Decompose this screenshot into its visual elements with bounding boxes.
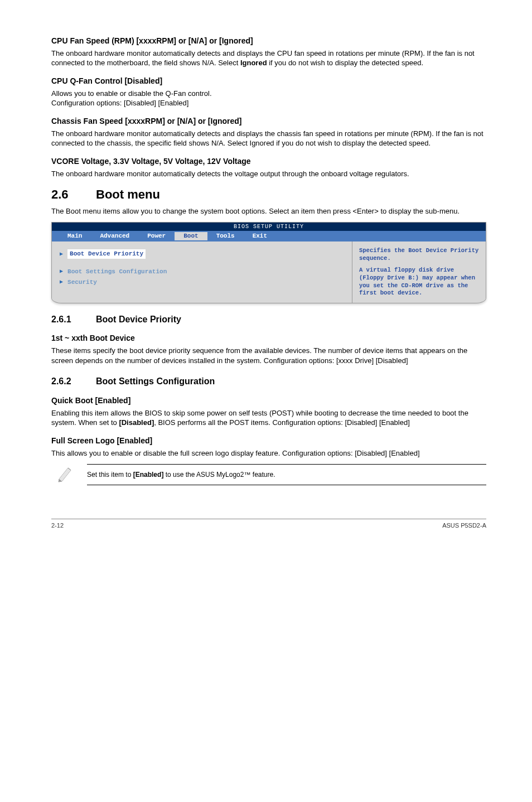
pencil-icon: [56, 463, 75, 482]
bios-item-label: Boot Settings Configuration: [67, 268, 167, 276]
text: Set this item to: [87, 471, 133, 479]
text: to use the ASUS MyLogo2™ feature.: [163, 471, 275, 479]
bios-menu-main: Main: [59, 232, 91, 240]
bios-body: ▶ Boot Device Priority ▶ Boot Settings C…: [52, 241, 486, 303]
paragraph: The onboard hardware monitor automatical…: [51, 169, 486, 179]
bios-menu-boot: Boot: [175, 232, 207, 240]
heading-vcore: VCORE Voltage, 3.3V Voltage, 5V Voltage,…: [51, 156, 486, 167]
bios-menu-tools: Tools: [207, 232, 244, 240]
bios-menu-power: Power: [138, 232, 175, 240]
section-title: Boot Settings Configuration: [96, 376, 215, 386]
bios-menubar: Main Advanced Power Boot Tools Exit: [52, 231, 486, 241]
bios-item-security: ▶ Security: [60, 278, 344, 287]
paragraph: Enabling this item allows the BIOS to sk…: [51, 408, 486, 428]
section-number: 2.6: [51, 186, 96, 203]
text-bold: Ignored: [240, 59, 267, 67]
section-heading-boot-menu: 2.6Boot menu: [51, 186, 486, 203]
heading-cpu-qfan: CPU Q-Fan Control [Disabled]: [51, 76, 486, 86]
paragraph: The Boot menu items allow you to change …: [51, 206, 486, 216]
heading-full-screen-logo: Full Screen Logo [Enabled]: [51, 436, 486, 446]
triangle-icon: ▶: [60, 278, 63, 286]
paragraph: This allows you to enable or disable the…: [51, 448, 486, 458]
subsection-heading-boot-settings-config: 2.6.2Boot Settings Configuration: [51, 375, 486, 388]
triangle-icon: ▶: [60, 250, 63, 258]
bios-title: BIOS SETUP UTILITY: [52, 223, 486, 231]
paragraph: The onboard hardware monitor automatical…: [51, 49, 486, 68]
bios-item-boot-settings-config: ▶ Boot Settings Configuration: [60, 268, 344, 276]
note-icon-column: [51, 463, 79, 485]
bios-item-label: Boot Device Priority: [67, 249, 146, 259]
heading-chassis-fan: Chassis Fan Speed [xxxxRPM] or [N/A] or …: [51, 116, 486, 127]
heading-quick-boot: Quick Boot [Enabled]: [51, 395, 486, 406]
note-text: Set this item to [Enabled] to use the AS…: [87, 464, 486, 485]
text-bold: [Enabled]: [133, 471, 164, 479]
bios-item-boot-device-priority: ▶ Boot Device Priority: [60, 249, 344, 259]
footer-product: ASUS P5SD2-A: [442, 521, 486, 530]
text: Allows you to enable or disable the Q-Fa…: [51, 89, 212, 98]
bios-menu-advanced: Advanced: [91, 232, 138, 240]
section-title: Boot menu: [96, 187, 160, 201]
text: Configuration options: [Disabled] [Enabl…: [51, 99, 188, 107]
section-title: Boot Device Priority: [96, 315, 181, 324]
heading-1st-boot-device: 1st ~ xxth Boot Device: [51, 333, 486, 344]
section-number: 2.6.2: [51, 375, 96, 388]
note-box: Set this item to [Enabled] to use the AS…: [51, 463, 486, 485]
bios-help-text: A virtual floppy disk drive (Floppy Driv…: [359, 267, 479, 297]
page-number: 2-12: [51, 521, 64, 530]
subsection-heading-boot-device-priority: 2.6.1Boot Device Priority: [51, 313, 486, 326]
triangle-icon: ▶: [60, 268, 63, 276]
text: if you do not wish to display the detect…: [267, 59, 423, 67]
bios-menu-exit: Exit: [244, 232, 276, 240]
heading-cpu-fan-speed: CPU Fan Speed (RPM) [xxxxRPM] or [N/A] o…: [51, 36, 486, 46]
paragraph: These items specify the boot device prio…: [51, 346, 486, 365]
section-number: 2.6.1: [51, 313, 96, 326]
bios-screenshot: BIOS SETUP UTILITY Main Advanced Power B…: [51, 222, 486, 303]
bios-left-pane: ▶ Boot Device Priority ▶ Boot Settings C…: [52, 241, 352, 303]
page-footer: 2-12 ASUS P5SD2-A: [51, 519, 486, 530]
paragraph: The onboard hardware monitor automatical…: [51, 129, 486, 148]
bios-help-pane: Specifies the Boot Device Priority seque…: [352, 241, 486, 303]
bios-help-text: Specifies the Boot Device Priority seque…: [359, 247, 479, 262]
text-bold: [Disabled]: [119, 418, 154, 427]
text: , BIOS performs all the POST items. Conf…: [154, 418, 410, 427]
paragraph: Allows you to enable or disable the Q-Fa…: [51, 89, 486, 108]
bios-item-label: Security: [67, 278, 97, 287]
